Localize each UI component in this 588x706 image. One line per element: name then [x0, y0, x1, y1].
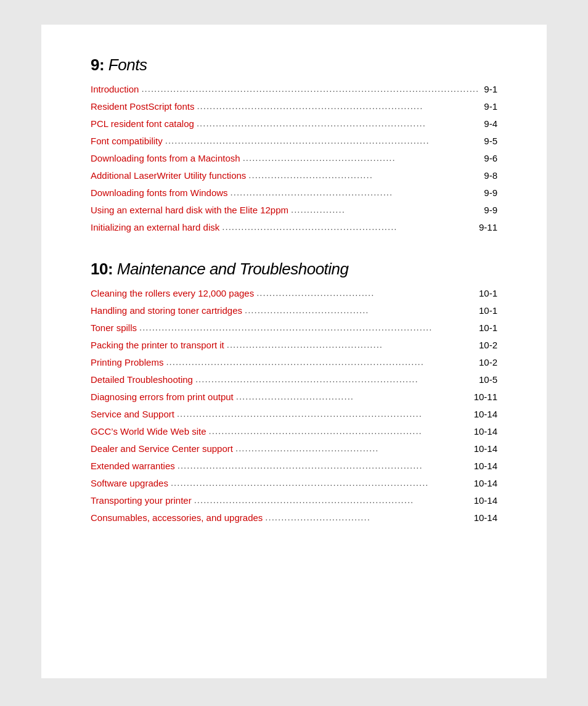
- toc-dots: ........................................…: [209, 424, 472, 438]
- toc-item[interactable]: Initializing an external hard disk......…: [91, 220, 497, 235]
- chapter-9-toc-list: Introduction............................…: [91, 82, 497, 235]
- toc-page: 10-14: [474, 493, 497, 508]
- toc-item-label: Font compatibility: [91, 134, 163, 149]
- toc-item[interactable]: Extended warranties.....................…: [91, 459, 497, 474]
- toc-item[interactable]: PCL resident font catalog...............…: [91, 117, 497, 131]
- chapter-9-number: 9:: [91, 55, 104, 74]
- chapter-10-toc-list: Cleaning the rollers every 12,000 pages.…: [91, 286, 497, 525]
- toc-item[interactable]: Toner spills............................…: [91, 321, 497, 335]
- toc-item-label: Additional LaserWriter Utility functions: [91, 168, 246, 183]
- toc-item-label: Diagnosing errors from print output: [91, 390, 234, 404]
- toc-page: 10-14: [474, 459, 497, 474]
- chapter-9-title: Fonts: [108, 55, 147, 74]
- toc-dots: ........................................…: [197, 116, 481, 131]
- toc-item-label: Detailed Troubleshooting: [91, 372, 193, 387]
- toc-item-label: Dealer and Service Center support: [91, 441, 233, 456]
- toc-item-label: Toner spills: [91, 321, 137, 335]
- toc-page: 10-14: [474, 407, 497, 422]
- toc-page: 10-14: [474, 511, 497, 525]
- toc-item[interactable]: Diagnosing errors from print output.....…: [91, 390, 497, 404]
- toc-dots: ........................................…: [195, 372, 476, 387]
- toc-dots: ........................................…: [171, 475, 472, 490]
- toc-dots: .....................................: [236, 389, 472, 404]
- toc-dots: ........................................…: [141, 81, 481, 96]
- toc-dots: .......................................: [248, 168, 481, 183]
- toc-page: 10-1: [479, 321, 497, 335]
- toc-dots: ........................................…: [194, 493, 472, 507]
- toc-dots: .......................................: [245, 303, 476, 318]
- toc-item[interactable]: Using an external hard disk with the Eli…: [91, 203, 497, 218]
- toc-page: 9-5: [484, 134, 497, 149]
- toc-dots: ........................................…: [235, 441, 472, 456]
- toc-item-label: Consumables, accessories, and upgrades: [91, 511, 263, 525]
- toc-page: 9-4: [484, 117, 497, 131]
- toc-dots: .................: [291, 202, 481, 217]
- chapter-10-section: 10: Maintenance and Troubleshooting Clea…: [91, 260, 497, 525]
- toc-item[interactable]: Service and Support.....................…: [91, 407, 497, 422]
- toc-dots: ........................................…: [166, 355, 476, 369]
- toc-dots: ........................................…: [227, 337, 476, 352]
- toc-item[interactable]: Downloading fonts from Windows..........…: [91, 186, 497, 200]
- toc-page: 9-6: [484, 151, 497, 166]
- toc-page: 10-14: [474, 476, 497, 491]
- toc-dots: ........................................…: [165, 133, 482, 148]
- toc-dots: ........................................…: [222, 220, 476, 234]
- toc-dots: ........................................…: [177, 406, 472, 421]
- toc-item[interactable]: Downloading fonts from a Macintosh......…: [91, 151, 497, 166]
- toc-item[interactable]: GCC’s World Wide Web site...............…: [91, 424, 497, 439]
- toc-page: 9-8: [484, 168, 497, 183]
- toc-item-label: Packing the printer to transport it: [91, 338, 224, 353]
- toc-dots: ........................................…: [197, 99, 481, 113]
- toc-page: 10-14: [474, 424, 497, 439]
- toc-item-label: Cleaning the rollers every 12,000 pages: [91, 286, 254, 301]
- toc-item[interactable]: Dealer and Service Center support.......…: [91, 441, 497, 456]
- toc-page: 10-14: [474, 441, 497, 456]
- toc-dots: ........................................…: [243, 150, 482, 165]
- toc-page: 9-1: [484, 82, 497, 97]
- toc-dots: ........................................…: [139, 320, 476, 335]
- chapter-10-number: 10:: [91, 260, 113, 278]
- toc-page: 10-2: [479, 338, 497, 353]
- toc-dots: .....................................: [256, 285, 476, 300]
- toc-page: 10-5: [479, 372, 497, 387]
- toc-item-label: Resident PostScript fonts: [91, 99, 194, 114]
- toc-page: 9-9: [484, 186, 497, 200]
- toc-item[interactable]: Transporting your printer...............…: [91, 493, 497, 508]
- page-container: 9: Fonts Introduction...................…: [41, 25, 547, 678]
- toc-item[interactable]: Cleaning the rollers every 12,000 pages.…: [91, 286, 497, 301]
- chapter-9-section: 9: Fonts Introduction...................…: [91, 55, 497, 235]
- toc-dots: .................................: [265, 510, 471, 525]
- toc-item[interactable]: Consumables, accessories, and upgrades..…: [91, 511, 497, 525]
- chapter-9-heading: 9: Fonts: [91, 55, 497, 75]
- toc-item-label: GCC’s World Wide Web site: [91, 424, 206, 439]
- chapter-10-heading: 10: Maintenance and Troubleshooting: [91, 260, 497, 279]
- toc-item-label: Transporting your printer: [91, 493, 192, 508]
- toc-item-label: Downloading fonts from Windows: [91, 186, 228, 200]
- toc-item[interactable]: Software upgrades.......................…: [91, 476, 497, 491]
- toc-item-label: Downloading fonts from a Macintosh: [91, 151, 240, 166]
- toc-item[interactable]: Detailed Troubleshooting................…: [91, 372, 497, 387]
- toc-item[interactable]: Printing Problems.......................…: [91, 355, 497, 370]
- toc-page: 9-11: [479, 220, 497, 235]
- toc-item[interactable]: Font compatibility......................…: [91, 134, 497, 149]
- toc-page: 10-1: [479, 286, 497, 301]
- toc-item-label: Service and Support: [91, 407, 174, 422]
- toc-item-label: PCL resident font catalog: [91, 117, 194, 131]
- toc-item-label: Introduction: [91, 82, 139, 97]
- toc-item[interactable]: Introduction............................…: [91, 82, 497, 97]
- toc-item[interactable]: Handling and storing toner cartridges...…: [91, 303, 497, 318]
- toc-item[interactable]: Resident PostScript fonts...............…: [91, 99, 497, 114]
- toc-item-label: Extended warranties: [91, 459, 175, 474]
- toc-item[interactable]: Packing the printer to transport it.....…: [91, 338, 497, 353]
- chapter-10-title: Maintenance and Troubleshooting: [117, 260, 349, 278]
- toc-dots: ........................................…: [231, 185, 482, 200]
- toc-page: 9-1: [484, 99, 497, 114]
- toc-item-label: Initializing an external hard disk: [91, 220, 219, 235]
- toc-item-label: Software upgrades: [91, 476, 168, 491]
- toc-page: 10-1: [479, 303, 497, 318]
- toc-item-label: Using an external hard disk with the Eli…: [91, 203, 288, 218]
- toc-item[interactable]: Additional LaserWriter Utility functions…: [91, 168, 497, 183]
- toc-page: 10-2: [479, 355, 497, 370]
- toc-page: 9-9: [484, 203, 497, 218]
- toc-item-label: Handling and storing toner cartridges: [91, 303, 242, 318]
